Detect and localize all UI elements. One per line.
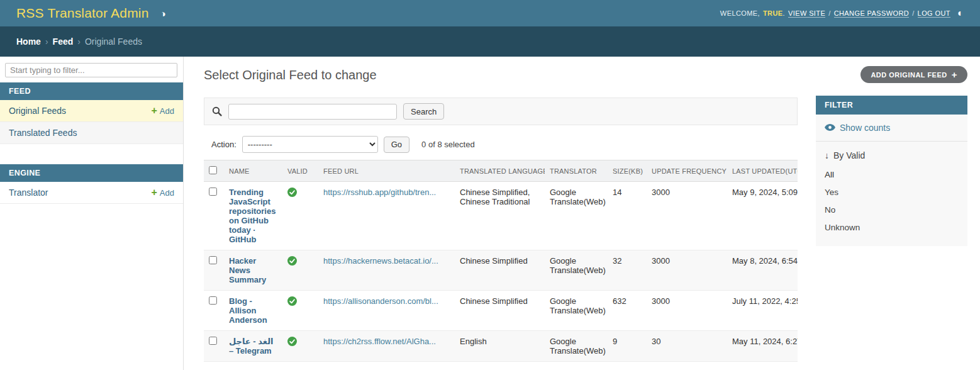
filter-option-unknown[interactable]: Unknown (816, 219, 967, 237)
link-separator: / (828, 9, 830, 17)
filter-panel: FILTER Show counts ↓ By Valid All Yes No… (816, 96, 967, 246)
sidebar-item-translated-feeds[interactable]: Translated Feeds (0, 122, 183, 144)
row-checkbox[interactable] (209, 256, 217, 264)
breadcrumb-home[interactable]: Home (16, 36, 41, 47)
add-translator-link[interactable]: + Add (152, 188, 174, 198)
row-checkbox[interactable] (209, 296, 217, 305)
plus-icon: + (152, 106, 157, 116)
row-checkbox[interactable] (209, 188, 217, 196)
theme-toggle-icon[interactable]: ◐ (957, 8, 964, 18)
breadcrumb: Home › Feed › Original Feeds (0, 26, 980, 57)
column-header-last-updated[interactable]: LAST UPDATED(UTC) (727, 160, 798, 182)
feed-url-link[interactable]: https://rsshub.app/github/tren... (323, 188, 436, 197)
column-header-valid[interactable]: VALID (282, 160, 318, 182)
branding: RSS Translator Admin ◑ (16, 6, 166, 21)
last-updated-cell: May 11, 2024, 6:27 (727, 331, 798, 362)
show-counts-row[interactable]: Show counts (816, 115, 967, 142)
plus-icon: + (152, 188, 157, 198)
translated-language-cell: Chinese Simplified (455, 291, 545, 331)
feed-name-link[interactable]: Hacker News Summary (229, 256, 266, 284)
add-original-feed-button[interactable]: ADD ORIGINAL FEED + (860, 66, 967, 83)
translator-link[interactable]: Translator (9, 188, 48, 198)
column-header-name[interactable]: NAME (224, 160, 282, 182)
search-icon (212, 106, 222, 116)
translator-cell: Google Translate(Web) (545, 331, 608, 362)
actions-bar: Action: --------- Go 0 of 8 selected (204, 136, 798, 153)
row-checkbox[interactable] (209, 337, 217, 345)
valid-check-icon (287, 256, 297, 267)
sidebar-module-feed: FEED Original Feeds + Add Translated Fee… (0, 82, 183, 144)
welcome-suffix: . (783, 9, 785, 17)
filter-panel-title: FILTER (816, 96, 967, 115)
translated-language-cell: Chinese Simplified (455, 250, 545, 291)
nav-sidebar: FEED Original Feeds + Add Translated Fee… (0, 57, 184, 370)
action-counter: 0 of 8 selected (421, 140, 475, 149)
filter-section-heading: ↓ By Valid (816, 142, 967, 166)
breadcrumb-current: Original Feeds (85, 36, 142, 47)
add-original-feed-link[interactable]: + Add (152, 106, 174, 116)
action-label: Action: (211, 140, 237, 149)
sidebar-item-translator[interactable]: Translator + Add (0, 182, 183, 204)
translated-language-cell: Chinese Simplified, Chinese Traditional (455, 182, 545, 250)
valid-check-icon (287, 337, 297, 348)
last-updated-cell: July 11, 2022, 4:25 p (727, 291, 798, 331)
breadcrumb-feed[interactable]: Feed (53, 36, 74, 47)
feed-name-link[interactable]: Blog - Allison Anderson (229, 296, 267, 325)
action-select[interactable]: --------- (242, 136, 378, 153)
module-caption: ENGINE (0, 164, 183, 182)
column-header-translated-language[interactable]: TRANSLATED LANGUAGE (455, 160, 545, 182)
go-button[interactable]: Go (384, 137, 409, 153)
feed-url-link[interactable]: https://allisonanderson.com/bl... (323, 296, 438, 306)
sort-descending-icon: ↓ (825, 150, 829, 160)
column-header-feed-url[interactable]: FEED URL (318, 160, 455, 182)
update-frequency-cell: 3000 (647, 291, 727, 331)
view-site-link[interactable]: VIEW SITE (788, 9, 825, 18)
feed-name-link[interactable]: Trending JavaScript repositories on GitH… (229, 188, 276, 244)
user-tools: WELCOME, TRUE . VIEW SITE / CHANGE PASSW… (720, 8, 964, 18)
add-button-label: ADD ORIGINAL FEED (871, 71, 947, 79)
sidebar-item-original-feeds[interactable]: Original Feeds + Add (0, 100, 183, 122)
translated-feeds-link[interactable]: Translated Feeds (9, 128, 77, 138)
feed-url-link[interactable]: https://hackernews.betacat.io/... (323, 256, 438, 266)
show-counts-link[interactable]: Show counts (840, 123, 890, 133)
table-row: الغد - عاجل – Telegram https://ch2rss.ff… (204, 331, 798, 362)
update-frequency-cell: 3000 (647, 182, 727, 250)
update-frequency-cell: 3000 (647, 250, 727, 291)
valid-check-icon (287, 188, 297, 199)
table-header-row: NAME VALID FEED URL TRANSLATED LANGUAGE … (204, 160, 798, 182)
feed-url-link[interactable]: https://ch2rss.fflow.net/AlGha... (323, 337, 436, 346)
app-title[interactable]: RSS Translator Admin (16, 6, 149, 21)
breadcrumb-separator-icon: › (77, 36, 81, 47)
add-label: Add (160, 188, 174, 198)
size-cell: 32 (608, 250, 647, 291)
logout-link[interactable]: LOG OUT (918, 9, 950, 18)
original-feeds-link[interactable]: Original Feeds (9, 106, 66, 116)
size-cell: 632 (608, 291, 647, 331)
changelist: Select Original Feed to change Search Ac… (204, 57, 798, 362)
table-row: Hacker News Summary https://hackernews.b… (204, 250, 798, 291)
size-cell: 9 (608, 331, 647, 362)
sidebar-filter-input[interactable] (5, 63, 177, 77)
results-table-container: NAME VALID FEED URL TRANSLATED LANGUAGE … (204, 160, 798, 362)
filter-option-all[interactable]: All (816, 166, 967, 184)
page-title: Select Original Feed to change (204, 68, 798, 82)
search-button[interactable]: Search (403, 103, 444, 120)
welcome-text: WELCOME, (720, 9, 760, 17)
column-header-size[interactable]: SIZE(KB) (608, 160, 647, 182)
theme-toggle-icon[interactable]: ◑ (160, 9, 166, 18)
translator-cell: Google Translate(Web) (545, 291, 608, 331)
select-all-checkbox[interactable] (209, 166, 217, 174)
search-bar: Search (204, 98, 798, 125)
valid-check-icon (287, 296, 297, 308)
column-header-translator[interactable]: TRANSLATOR (545, 160, 608, 182)
eye-icon (825, 123, 835, 133)
breadcrumb-separator-icon: › (45, 36, 48, 47)
size-cell: 14 (608, 182, 647, 250)
module-caption: FEED (0, 82, 183, 100)
feed-name-link[interactable]: الغد - عاجل – Telegram (229, 337, 273, 356)
search-input[interactable] (228, 104, 397, 120)
filter-option-yes[interactable]: Yes (816, 184, 967, 201)
column-header-update-frequency[interactable]: UPDATE FREQUENCY (647, 160, 727, 182)
change-password-link[interactable]: CHANGE PASSWORD (834, 9, 909, 18)
filter-option-no[interactable]: No (816, 201, 967, 219)
